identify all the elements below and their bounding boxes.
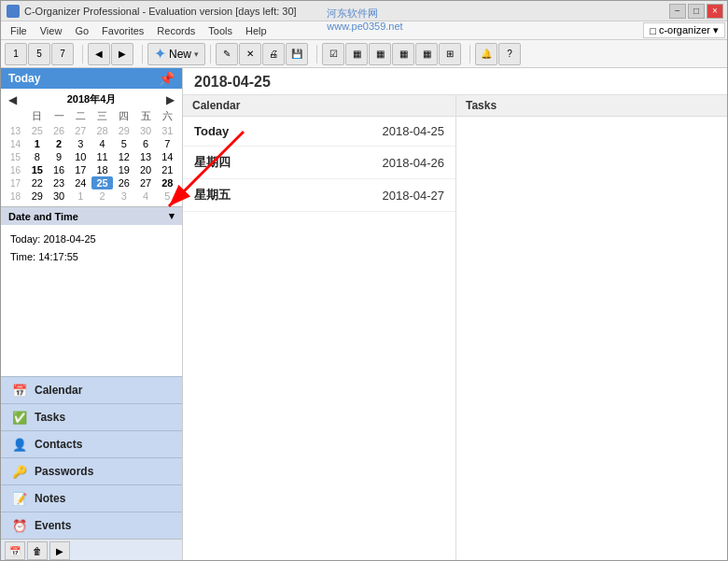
panels: Calendar Today 2018-04-25 星期四 2018-04-26… <box>183 95 728 561</box>
cal-day[interactable]: 10 <box>70 150 91 163</box>
content-area: 2018-04-25 Calendar Today 2018-04-25 <box>183 68 728 561</box>
cal-day[interactable]: 5 <box>157 189 178 203</box>
cal-day[interactable]: 15 <box>26 163 48 176</box>
new-button[interactable]: ✦ New ▾ <box>147 43 205 65</box>
cal-day[interactable]: 9 <box>48 150 69 163</box>
cal-day[interactable]: 27 <box>134 176 156 189</box>
toolbar-day-7[interactable]: 7 <box>51 43 74 65</box>
cal-day[interactable]: 27 <box>70 124 91 137</box>
cal-day[interactable]: 2 <box>91 189 113 203</box>
menu-help[interactable]: Help <box>240 23 273 38</box>
cal-day[interactable]: 19 <box>113 163 134 176</box>
cal-next[interactable]: ▶ <box>162 93 178 106</box>
cal-day[interactable]: 18 <box>91 163 113 176</box>
week-col-header <box>5 108 26 124</box>
nav-calendar[interactable]: 📅 Calendar <box>1 376 182 403</box>
cal-day[interactable]: 16 <box>48 163 69 176</box>
cal-day[interactable]: 11 <box>91 150 113 163</box>
toolbar-delete[interactable]: ✕ <box>239 43 261 65</box>
sidebar-bottom-del[interactable]: 🗑 <box>27 541 48 560</box>
toolbar-view2[interactable]: ▦ <box>345 43 368 65</box>
cal-day[interactable]: 4 <box>91 137 113 150</box>
toolbar-view4[interactable]: ▦ <box>392 43 414 65</box>
toolbar-save[interactable]: 💾 <box>286 43 308 65</box>
toolbar: 1 5 7 ◀ ▶ ✦ New ▾ ✎ ✕ 🖨 💾 ☑ ▦ ▦ ▦ ▦ <box>1 40 728 68</box>
cal-day[interactable]: 30 <box>48 189 69 203</box>
cal-entry-thu-date: 2018-04-26 <box>383 156 445 170</box>
title-text: C-Organizer Professional - Evaluation ve… <box>24 6 297 17</box>
cal-day[interactable]: 1 <box>70 189 91 203</box>
cal-day[interactable]: 30 <box>134 124 156 137</box>
cal-entry-today-date: 2018-04-25 <box>383 124 445 138</box>
cal-entry-fri[interactable]: 星期五 2018-04-27 <box>183 179 455 212</box>
cal-day[interactable]: 29 <box>113 124 134 137</box>
minimize-button[interactable]: − <box>669 4 686 19</box>
cal-day[interactable]: 8 <box>26 150 48 163</box>
toolbar-view6[interactable]: ⊞ <box>439 43 461 65</box>
cal-entry-thu[interactable]: 星期四 2018-04-26 <box>183 147 455 179</box>
cal-day[interactable]: 20 <box>134 163 156 176</box>
date-time-dropdown: ▾ <box>169 210 175 222</box>
toolbar-day-1[interactable]: 1 <box>5 43 27 65</box>
toolbar-print[interactable]: 🖨 <box>262 43 285 65</box>
cal-day[interactable]: 17 <box>70 163 91 176</box>
nav-passwords[interactable]: 🔑 Passwords <box>1 457 182 484</box>
cal-day[interactable]: 28 <box>157 176 178 189</box>
cal-day[interactable]: 26 <box>48 124 69 137</box>
toolbar-day-5[interactable]: 5 <box>28 43 50 65</box>
nav-notes[interactable]: 📝 Notes <box>1 484 182 512</box>
cal-entry-today[interactable]: Today 2018-04-25 <box>183 117 455 147</box>
date-time-header[interactable]: Date and Time ▾ <box>1 206 182 225</box>
cal-day[interactable]: 14 <box>157 150 178 163</box>
cal-day[interactable]: 21 <box>157 163 178 176</box>
separator-3 <box>210 45 211 63</box>
nav-calendar-label: Calendar <box>35 384 82 397</box>
toolbar-view3[interactable]: ▦ <box>369 43 391 65</box>
toolbar-view1[interactable]: ☑ <box>322 43 344 65</box>
cal-day[interactable]: 3 <box>70 137 91 150</box>
maximize-button[interactable]: □ <box>688 4 705 19</box>
nav-events[interactable]: ⏰ Events <box>1 512 182 539</box>
cal-day[interactable]: 3 <box>113 189 134 203</box>
toolbar-edit[interactable]: ✎ <box>216 43 238 65</box>
corner-badge[interactable]: □ c-organizer ▾ <box>643 22 725 38</box>
cal-day[interactable]: 2 <box>48 137 69 150</box>
cal-day[interactable]: 12 <box>113 150 134 163</box>
cal-day[interactable]: 6 <box>134 137 156 150</box>
cal-day[interactable]: 23 <box>48 176 69 189</box>
menu-records[interactable]: Records <box>151 23 201 38</box>
sidebar-bottom-more[interactable]: ▶ <box>49 541 70 560</box>
menu-tools[interactable]: Tools <box>203 23 238 38</box>
menu-file[interactable]: File <box>5 23 33 38</box>
cal-header-wed: 三 <box>91 108 113 124</box>
cal-day[interactable]: 7 <box>157 137 178 150</box>
nav-contacts[interactable]: 👤 Contacts <box>1 430 182 457</box>
cal-day[interactable]: 13 <box>134 150 156 163</box>
nav-tasks[interactable]: ✅ Tasks <box>1 403 182 430</box>
toolbar-nav-prev[interactable]: ◀ <box>88 43 110 65</box>
toolbar-notify[interactable]: 🔔 <box>475 43 497 65</box>
cal-day[interactable]: 4 <box>134 189 156 203</box>
pin-icon[interactable]: 📌 <box>159 71 175 86</box>
sidebar-bottom-cal[interactable]: 📅 <box>5 541 25 560</box>
menu-favorites[interactable]: Favorites <box>96 23 149 38</box>
cal-day[interactable]: 22 <box>26 176 48 189</box>
cal-day[interactable]: 5 <box>113 137 134 150</box>
cal-day[interactable]: 25 <box>26 124 48 137</box>
cal-day[interactable]: 26 <box>113 176 134 189</box>
close-button[interactable]: × <box>707 4 723 19</box>
cal-header-sun: 日 <box>26 108 48 124</box>
toolbar-nav-next[interactable]: ▶ <box>111 43 133 65</box>
app-badge-icon: □ <box>650 25 656 36</box>
cal-day[interactable]: 31 <box>157 124 178 137</box>
menu-view[interactable]: View <box>35 23 68 38</box>
cal-day[interactable]: 25 <box>91 176 113 189</box>
cal-day[interactable]: 1 <box>26 137 48 150</box>
menu-go[interactable]: Go <box>69 23 94 38</box>
cal-day[interactable]: 29 <box>26 189 48 203</box>
toolbar-view5[interactable]: ▦ <box>415 43 438 65</box>
toolbar-help[interactable]: ? <box>498 43 521 65</box>
cal-prev[interactable]: ◀ <box>5 93 21 106</box>
cal-day[interactable]: 28 <box>91 124 113 137</box>
cal-day[interactable]: 24 <box>70 176 91 189</box>
